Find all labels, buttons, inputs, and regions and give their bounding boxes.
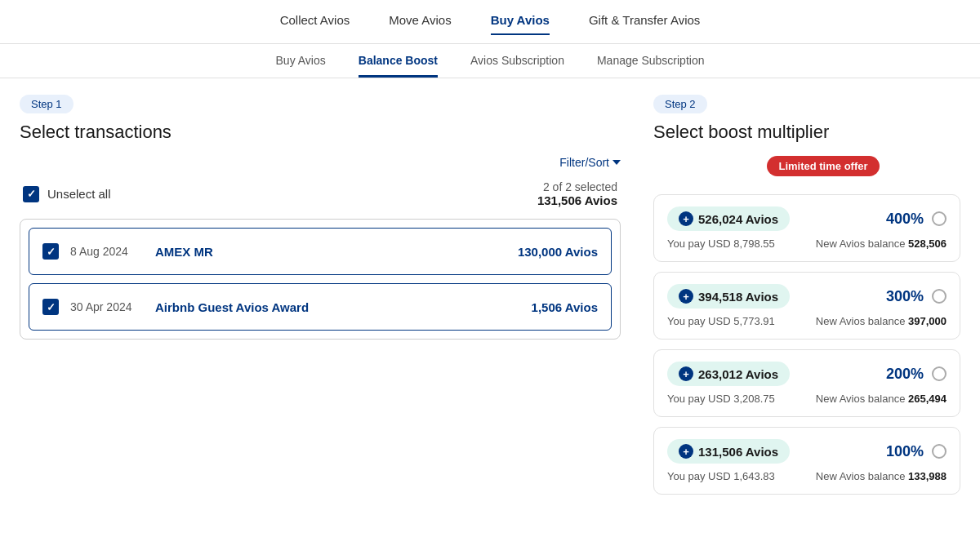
boost-card-top-300: + 394,518 Avios 300% xyxy=(667,284,947,309)
boost-card-top-100: + 131,506 Avios 100% xyxy=(667,439,947,464)
transaction-date-1: 8 Aug 2024 xyxy=(70,245,144,258)
plus-icon: + xyxy=(679,444,693,459)
boost-new-balance-100: New Avios balance 133,988 xyxy=(816,470,947,482)
boost-card-200[interactable]: + 263,012 Avios 200% You pay USD 3,208.7… xyxy=(653,349,960,417)
boost-radio-100[interactable] xyxy=(932,444,947,459)
transaction-date-2: 30 Apr 2024 xyxy=(70,300,144,313)
transaction-avios-2: 1,506 Avios xyxy=(532,300,598,314)
transaction-item[interactable]: ✓ 30 Apr 2024 Airbnb Guest Avios Award 1… xyxy=(29,283,612,331)
boost-percent-100: 100% xyxy=(886,443,947,460)
transaction-checkbox-2[interactable]: ✓ xyxy=(42,299,59,315)
boost-percent-label-400: 400% xyxy=(886,211,924,228)
boost-percent-300: 300% xyxy=(886,288,947,305)
boost-multiplier-title: Select boost multiplier xyxy=(653,122,960,143)
boost-you-pay-400: You pay USD 8,798.55 xyxy=(667,237,775,250)
top-nav: Collect Avios Move Avios Buy Avios Gift … xyxy=(0,0,980,44)
select-all-left: ✓ Unselect all xyxy=(23,186,111,202)
checkbox-check-icon: ✓ xyxy=(47,246,56,258)
select-all-checkbox[interactable]: ✓ xyxy=(23,186,39,202)
boost-avios-value-100: 131,506 Avios xyxy=(698,445,778,459)
selected-avios: 131,506 Avios xyxy=(537,193,617,207)
select-all-row: ✓ Unselect all 2 of 2 selected 131,506 A… xyxy=(20,180,621,207)
left-panel: Step 1 Select transactions Filter/Sort ✓… xyxy=(20,95,640,504)
boost-avios-value-400: 526,024 Avios xyxy=(698,212,778,226)
checkbox-check-icon: ✓ xyxy=(27,188,36,200)
plus-icon: + xyxy=(679,211,693,226)
boost-card-bottom-400: You pay USD 8,798.55 New Avios balance 5… xyxy=(667,237,947,250)
main-content: Step 1 Select transactions Filter/Sort ✓… xyxy=(0,78,980,521)
filter-sort-row: Filter/Sort xyxy=(20,156,621,169)
boost-percent-400: 400% xyxy=(886,211,947,228)
sub-nav-buy-avios[interactable]: Buy Avios xyxy=(276,54,326,78)
filter-sort-label: Filter/Sort xyxy=(559,156,609,169)
boost-card-top-400: + 526,024 Avios 400% xyxy=(667,206,947,231)
boost-card-top-200: + 263,012 Avios 200% xyxy=(667,362,947,386)
right-panel: Step 2 Select boost multiplier Limited t… xyxy=(640,95,960,504)
boost-avios-pill-100: + 131,506 Avios xyxy=(667,439,790,464)
boost-percent-label-300: 300% xyxy=(886,288,924,305)
boost-percent-200: 200% xyxy=(886,366,947,383)
boost-radio-400[interactable] xyxy=(932,211,947,226)
transaction-checkbox-1[interactable]: ✓ xyxy=(42,243,59,260)
top-nav-move-avios[interactable]: Move Avios xyxy=(389,13,451,35)
transaction-item[interactable]: ✓ 8 Aug 2024 AMEX MR 130,000 Avios xyxy=(29,228,612,275)
transaction-name-1: AMEX MR xyxy=(155,245,506,259)
boost-card-bottom-300: You pay USD 5,773.91 New Avios balance 3… xyxy=(667,315,947,327)
sub-nav-manage-subscription[interactable]: Manage Subscription xyxy=(597,54,705,78)
sub-nav: Buy Avios Balance Boost Avios Subscripti… xyxy=(0,44,980,78)
sub-nav-avios-subscription[interactable]: Avios Subscription xyxy=(470,54,564,78)
top-nav-buy-avios[interactable]: Buy Avios xyxy=(491,13,550,35)
boost-you-pay-300: You pay USD 5,773.91 xyxy=(667,315,775,327)
boost-new-balance-400: New Avios balance 528,506 xyxy=(816,237,947,250)
boost-card-bottom-100: You pay USD 1,643.83 New Avios balance 1… xyxy=(667,470,947,482)
filter-sort-button[interactable]: Filter/Sort xyxy=(559,156,621,169)
transactions-list: ✓ 8 Aug 2024 AMEX MR 130,000 Avios ✓ 30 … xyxy=(20,219,621,340)
boost-new-balance-200: New Avios balance 265,494 xyxy=(816,393,947,405)
boost-percent-label-100: 100% xyxy=(886,443,924,460)
boost-avios-value-300: 394,518 Avios xyxy=(698,290,778,304)
boost-you-pay-200: You pay USD 3,208.75 xyxy=(667,393,775,405)
boost-radio-300[interactable] xyxy=(932,289,947,304)
boost-percent-label-200: 200% xyxy=(886,366,924,383)
boost-avios-value-200: 263,012 Avios xyxy=(698,367,778,381)
step-2-badge: Step 2 xyxy=(653,95,707,113)
boost-you-pay-100: You pay USD 1,643.83 xyxy=(667,470,775,482)
boost-card-300[interactable]: + 394,518 Avios 300% You pay USD 5,773.9… xyxy=(653,272,960,340)
boost-card-bottom-200: You pay USD 3,208.75 New Avios balance 2… xyxy=(667,393,947,405)
selected-summary: 2 of 2 selected 131,506 Avios xyxy=(537,180,617,207)
plus-icon: + xyxy=(679,289,693,304)
boost-new-balance-300: New Avios balance 397,000 xyxy=(816,315,947,327)
top-nav-collect-avios[interactable]: Collect Avios xyxy=(280,13,350,35)
chevron-down-icon xyxy=(612,160,621,165)
transaction-avios-1: 130,000 Avios xyxy=(518,245,598,259)
limited-offer-badge: Limited time offer xyxy=(767,156,879,176)
sub-nav-balance-boost[interactable]: Balance Boost xyxy=(359,54,438,78)
unselect-all-label: Unselect all xyxy=(47,187,111,201)
boost-card-100[interactable]: + 131,506 Avios 100% You pay USD 1,643.8… xyxy=(653,427,960,495)
step-1-badge: Step 1 xyxy=(20,95,74,113)
select-transactions-title: Select transactions xyxy=(20,122,621,143)
checkbox-check-icon: ✓ xyxy=(47,301,56,313)
boost-avios-pill-400: + 526,024 Avios xyxy=(667,206,790,231)
boost-card-400[interactable]: + 526,024 Avios 400% You pay USD 8,798.5… xyxy=(653,194,960,262)
boost-radio-200[interactable] xyxy=(932,366,947,381)
top-nav-gift-transfer-avios[interactable]: Gift & Transfer Avios xyxy=(589,13,700,35)
boost-avios-pill-300: + 394,518 Avios xyxy=(667,284,790,309)
selected-count: 2 of 2 selected xyxy=(543,180,617,193)
plus-icon: + xyxy=(679,366,693,381)
transaction-name-2: Airbnb Guest Avios Award xyxy=(155,300,520,314)
boost-avios-pill-200: + 263,012 Avios xyxy=(667,362,790,386)
